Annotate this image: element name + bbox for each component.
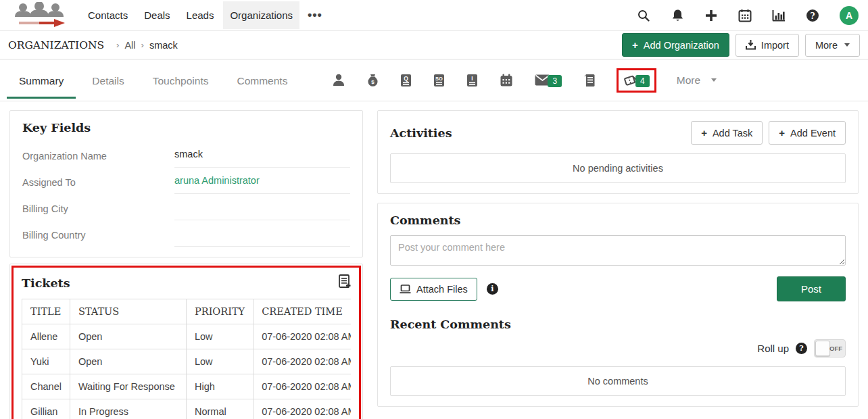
- chevron-right-icon: ›: [116, 40, 119, 50]
- add-event-button[interactable]: + Add Event: [769, 121, 846, 145]
- tab-quotes-icon[interactable]: Q: [400, 74, 412, 87]
- comments-panel: Comments Attach Files i Post Recent Comm…: [377, 203, 859, 407]
- tab-documents-icon[interactable]: [583, 74, 595, 87]
- tab-sales-order-icon[interactable]: SO: [433, 74, 445, 87]
- notifications-bell-icon[interactable]: [671, 9, 684, 22]
- caret-down-icon: [711, 78, 717, 82]
- svg-text:$: $: [372, 79, 375, 85]
- field-assigned-to: Assigned To aruna Administrator: [22, 168, 350, 194]
- tickets-count-badge: 4: [635, 75, 650, 87]
- field-billing-country: Billing Country: [22, 220, 350, 247]
- field-value-organization-name[interactable]: smack: [174, 149, 350, 168]
- quick-create-plus-icon[interactable]: [704, 9, 718, 22]
- col-priority: PRIORITY: [186, 299, 253, 324]
- info-icon[interactable]: i: [487, 283, 498, 295]
- toggle-state-label: OFF: [829, 345, 842, 352]
- plus-icon: +: [701, 127, 707, 139]
- tickets-table: TITLE STATUS PRIORITY CREATED TIME Allen…: [22, 299, 351, 419]
- rollup-toggle[interactable]: OFF: [814, 339, 846, 358]
- rollup-label: Roll up: [757, 343, 789, 354]
- tickets-table-wrap: TITLE STATUS PRIORITY CREATED TIME Allen…: [22, 299, 351, 419]
- no-pending-activities-message: No pending activities: [390, 153, 846, 183]
- ticket-row[interactable]: ChanelWaiting For Response High07-06-202…: [22, 374, 352, 399]
- help-icon[interactable]: ?: [806, 9, 819, 22]
- people-logo-icon: [9, 2, 72, 29]
- nav-item-contacts[interactable]: Contacts: [81, 1, 135, 29]
- svg-text:SO: SO: [435, 75, 443, 81]
- more-actions-button[interactable]: More: [805, 34, 860, 57]
- rollup-help-icon[interactable]: ?: [796, 343, 807, 354]
- col-created-time: CREATED TIME: [254, 299, 351, 324]
- ticket-row[interactable]: AlleneOpen Low07-06-2020 02:08 AM: [22, 324, 352, 349]
- field-label: Billing City: [22, 203, 174, 220]
- computer-icon: [400, 285, 411, 294]
- ticket-row[interactable]: GillianIn Progress Normal07-06-2020 02:0…: [22, 399, 352, 419]
- nav-item-leads[interactable]: Leads: [180, 1, 221, 29]
- post-comment-button[interactable]: Post: [777, 276, 846, 301]
- tickets-tab-highlight-box: 4: [617, 68, 656, 93]
- tab-more-dropdown[interactable]: More: [677, 74, 717, 87]
- tab-summary[interactable]: Summary: [16, 62, 66, 99]
- tickets-panel: Tickets TITLE STATUS PRIORITY CREATED TI…: [9, 264, 363, 419]
- col-title: TITLE: [22, 299, 70, 324]
- svg-text:I: I: [472, 75, 473, 82]
- add-organization-button[interactable]: + Add Organization: [622, 33, 729, 57]
- tab-calendar-icon[interactable]: [500, 74, 513, 87]
- breadcrumb-record-name: smack: [149, 40, 178, 51]
- ticket-row[interactable]: YukiOpen Low07-06-2020 02:08 AM: [22, 349, 352, 374]
- field-value-assigned-to[interactable]: aruna Administrator: [174, 175, 350, 194]
- main-nav: Contacts Deals Leads Organizations •••: [81, 1, 328, 29]
- field-label: Assigned To: [22, 177, 174, 194]
- import-button[interactable]: Import: [736, 34, 799, 57]
- nav-item-organizations[interactable]: Organizations: [223, 1, 299, 29]
- toggle-knob: [815, 341, 830, 356]
- attach-files-button[interactable]: Attach Files: [390, 278, 477, 301]
- breadcrumb-module: ORGANIZATIONS: [8, 39, 104, 51]
- activities-title: Activities: [390, 126, 452, 140]
- svg-text:?: ?: [810, 11, 815, 20]
- add-task-button[interactable]: + Add Task: [691, 121, 763, 145]
- field-label: Organization Name: [22, 151, 174, 168]
- nav-item-deals[interactable]: Deals: [137, 1, 176, 29]
- chevron-right-icon: ›: [141, 40, 144, 50]
- user-avatar[interactable]: A: [840, 6, 859, 25]
- field-billing-city: Billing City: [22, 194, 350, 220]
- tab-deals-icon[interactable]: $: [367, 74, 379, 87]
- key-fields-panel: Key Fields Organization Name smack Assig…: [9, 110, 363, 257]
- tab-details[interactable]: Details: [89, 62, 126, 99]
- field-organization-name: Organization Name smack: [22, 141, 350, 168]
- app-logo[interactable]: [9, 2, 72, 29]
- tab-contacts-icon[interactable]: [332, 74, 345, 87]
- tab-comments[interactable]: Comments: [234, 62, 290, 99]
- no-comments-message: No comments: [390, 366, 846, 396]
- key-fields-title: Key Fields: [22, 121, 350, 134]
- recent-comments-title: Recent Comments: [390, 318, 846, 331]
- plus-icon: +: [632, 39, 638, 51]
- record-tab-bar: Summary Details Touchpoints Comments $ Q…: [0, 59, 868, 101]
- caret-down-icon: [844, 43, 850, 47]
- activities-panel: Activities + Add Task + Add Event No pen…: [377, 110, 859, 194]
- add-ticket-icon[interactable]: [338, 274, 351, 292]
- tickets-title: Tickets: [22, 276, 70, 290]
- field-value-billing-country[interactable]: [174, 228, 350, 247]
- comment-input[interactable]: [390, 235, 846, 266]
- reports-chart-icon[interactable]: [772, 9, 786, 22]
- breadcrumb-bar: ORGANIZATIONS › All › smack + Add Organi…: [0, 31, 868, 59]
- breadcrumb-list-link[interactable]: All: [124, 40, 135, 51]
- svg-text:Q: Q: [404, 75, 409, 82]
- tab-emails-icon[interactable]: 3: [535, 74, 562, 87]
- tab-tickets-icon[interactable]: 4: [623, 74, 650, 87]
- comments-title: Comments: [390, 214, 846, 227]
- field-value-billing-city[interactable]: [174, 201, 350, 220]
- tab-invoice-icon[interactable]: I: [466, 74, 478, 87]
- tickets-highlight-box: Tickets TITLE STATUS PRIORITY CREATED TI…: [11, 266, 361, 419]
- tab-touchpoints[interactable]: Touchpoints: [150, 62, 212, 99]
- import-download-icon: [746, 40, 756, 50]
- field-label: Billing Country: [22, 230, 174, 247]
- calendar-icon[interactable]: [738, 9, 752, 22]
- top-navbar: Contacts Deals Leads Organizations ••• ?…: [0, 0, 868, 31]
- nav-more-icon[interactable]: •••: [302, 8, 328, 22]
- plus-icon: +: [779, 127, 785, 139]
- search-icon[interactable]: [637, 9, 650, 22]
- col-status: STATUS: [70, 299, 186, 324]
